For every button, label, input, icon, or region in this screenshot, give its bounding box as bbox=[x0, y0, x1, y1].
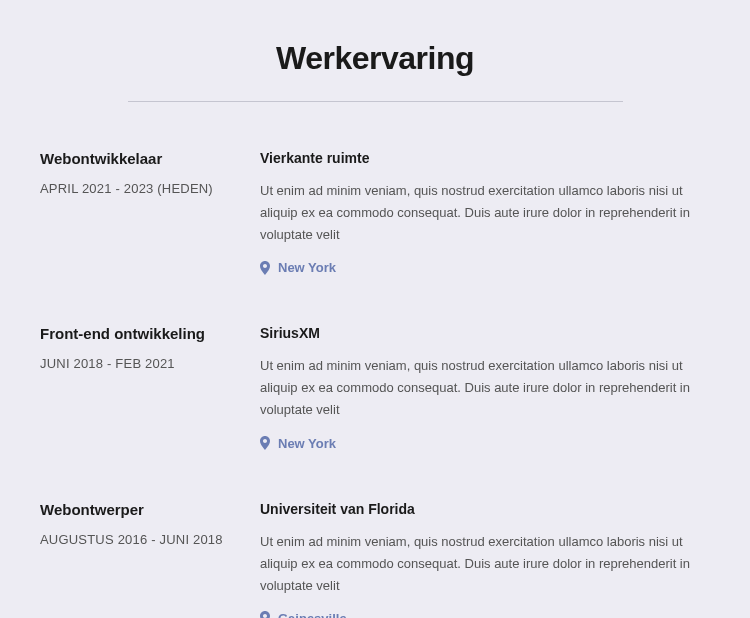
job-description: Ut enim ad minim veniam, quis nostrud ex… bbox=[260, 355, 710, 421]
date-range: AUGUSTUS 2016 - JUNI 2018 bbox=[40, 532, 240, 547]
job-description: Ut enim ad minim veniam, quis nostrud ex… bbox=[260, 180, 710, 246]
date-range: APRIL 2021 - 2023 (HEDEN) bbox=[40, 181, 240, 196]
experience-entry: Webontwerper AUGUSTUS 2016 - JUNI 2018 U… bbox=[40, 501, 710, 618]
section-title: Werkervaring bbox=[40, 40, 710, 77]
entry-right-column: Vierkante ruimte Ut enim ad minim veniam… bbox=[260, 150, 710, 275]
location-row: New York bbox=[260, 260, 710, 275]
job-description: Ut enim ad minim veniam, quis nostrud ex… bbox=[260, 531, 710, 597]
section-header: Werkervaring bbox=[40, 40, 710, 102]
location-pin-icon bbox=[260, 436, 270, 450]
role-title: Webontwerper bbox=[40, 501, 240, 518]
company-name: Vierkante ruimte bbox=[260, 150, 710, 166]
entry-right-column: SiriusXM Ut enim ad minim veniam, quis n… bbox=[260, 325, 710, 450]
company-name: Universiteit van Florida bbox=[260, 501, 710, 517]
location-row: New York bbox=[260, 436, 710, 451]
location-text: New York bbox=[278, 436, 336, 451]
entries-container: Webontwikkelaar APRIL 2021 - 2023 (HEDEN… bbox=[40, 150, 710, 618]
entry-left-column: Webontwikkelaar APRIL 2021 - 2023 (HEDEN… bbox=[40, 150, 260, 275]
role-title: Front-end ontwikkeling bbox=[40, 325, 240, 342]
divider bbox=[128, 101, 623, 102]
entry-left-column: Front-end ontwikkeling JUNI 2018 - FEB 2… bbox=[40, 325, 260, 450]
experience-entry: Webontwikkelaar APRIL 2021 - 2023 (HEDEN… bbox=[40, 150, 710, 275]
location-pin-icon bbox=[260, 611, 270, 618]
date-range: JUNI 2018 - FEB 2021 bbox=[40, 356, 240, 371]
company-name: SiriusXM bbox=[260, 325, 710, 341]
location-pin-icon bbox=[260, 261, 270, 275]
entry-right-column: Universiteit van Florida Ut enim ad mini… bbox=[260, 501, 710, 618]
experience-entry: Front-end ontwikkeling JUNI 2018 - FEB 2… bbox=[40, 325, 710, 450]
role-title: Webontwikkelaar bbox=[40, 150, 240, 167]
location-row: Gainesville bbox=[260, 611, 710, 618]
location-text: New York bbox=[278, 260, 336, 275]
entry-left-column: Webontwerper AUGUSTUS 2016 - JUNI 2018 bbox=[40, 501, 260, 618]
location-text: Gainesville bbox=[278, 611, 347, 618]
